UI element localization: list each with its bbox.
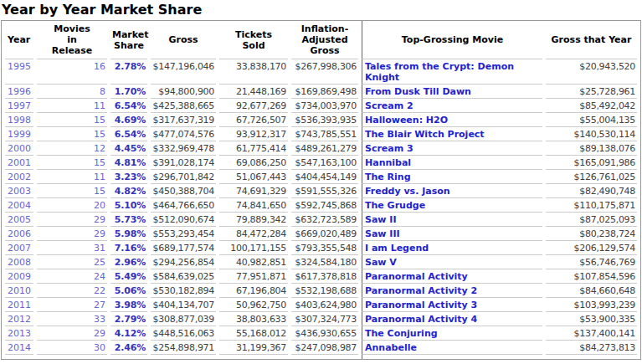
market-share-value: 3.23% bbox=[115, 172, 146, 182]
movies-count-link[interactable]: 24 bbox=[94, 271, 105, 282]
movies-count-link[interactable]: 15 bbox=[94, 115, 105, 126]
movie-link[interactable]: Hannibal bbox=[365, 157, 411, 168]
movies-count-link[interactable]: 20 bbox=[94, 200, 105, 211]
movies-count-link[interactable]: 27 bbox=[94, 300, 105, 310]
movies-count-link[interactable]: 11 bbox=[94, 172, 105, 182]
movies-count-link[interactable]: 11 bbox=[94, 100, 105, 111]
year-link[interactable]: 2001 bbox=[8, 157, 31, 168]
year-link[interactable]: 1995 bbox=[8, 61, 31, 72]
gross-cell: $448,516,063 bbox=[151, 326, 216, 340]
year-link[interactable]: 2014 bbox=[8, 342, 31, 353]
year-link[interactable]: 2011 bbox=[8, 300, 31, 310]
tickets-sold-cell: 61,775,414 bbox=[219, 141, 288, 155]
movie-link[interactable]: The Conjuring bbox=[365, 328, 438, 339]
movie-link[interactable]: Saw II bbox=[365, 214, 397, 225]
movie-link[interactable]: I am Legend bbox=[365, 243, 429, 254]
movie-link[interactable]: Scream 2 bbox=[365, 100, 413, 111]
year-link[interactable]: 2006 bbox=[8, 228, 31, 239]
col-header-year: Year bbox=[5, 21, 33, 59]
movie-link[interactable]: Annabelle bbox=[365, 342, 417, 353]
movies-count-link[interactable]: 29 bbox=[94, 328, 105, 339]
inflation-adjusted-gross-cell: $532,198,688 bbox=[291, 283, 358, 297]
movie-link[interactable]: Tales from the Crypt: Demon Knight bbox=[365, 61, 514, 83]
table-row: 2004 20 5.10% $464,766,650 74,841,650 $5… bbox=[5, 197, 637, 212]
tickets-sold-cell: 69,086,250 bbox=[219, 155, 288, 169]
gross-that-year-cell: $89,138,076 bbox=[546, 141, 637, 155]
movies-count-link[interactable]: 29 bbox=[94, 214, 105, 225]
year-link[interactable]: 2010 bbox=[8, 285, 31, 296]
movies-in-release-cell: 29 bbox=[37, 326, 107, 340]
year-link[interactable]: 2008 bbox=[8, 257, 31, 268]
gross-that-year-cell: $53,900,335 bbox=[546, 311, 637, 326]
market-share-value: 7.16% bbox=[115, 243, 146, 254]
market-share-cell: 3.98% bbox=[110, 297, 147, 311]
tickets-sold-cell: 74,691,329 bbox=[219, 183, 288, 197]
inflation-adjusted-gross-cell: $403,624,980 bbox=[291, 297, 358, 311]
year-link[interactable]: 2009 bbox=[8, 271, 31, 282]
movies-count-link[interactable]: 15 bbox=[94, 157, 105, 168]
tickets-sold-cell: 79,889,342 bbox=[219, 212, 288, 226]
table-row: 2008 25 2.96% $294,256,854 40,982,851 $3… bbox=[5, 254, 637, 269]
year-cell: 1997 bbox=[5, 98, 33, 112]
table-row: 1997 11 6.54% $425,388,665 92,677,269 $7… bbox=[5, 98, 637, 112]
movie-link[interactable]: The Blair Witch Project bbox=[365, 129, 485, 140]
gross-cell: $317,637,319 bbox=[151, 112, 216, 126]
year-link[interactable]: 2004 bbox=[8, 200, 31, 211]
year-link[interactable]: 1998 bbox=[8, 115, 31, 126]
gross-that-year-cell: $206,129,574 bbox=[546, 240, 637, 254]
year-link[interactable]: 2013 bbox=[8, 328, 31, 339]
movie-link[interactable]: Freddy vs. Jason bbox=[365, 186, 450, 197]
bottom-separator-cell bbox=[110, 354, 147, 359]
year-link[interactable]: 1996 bbox=[8, 86, 31, 97]
year-link[interactable]: 1997 bbox=[8, 100, 31, 111]
year-cell: 1998 bbox=[5, 112, 33, 126]
movies-in-release-cell: 33 bbox=[37, 311, 107, 326]
movie-link[interactable]: Paranormal Activity 3 bbox=[365, 300, 477, 310]
gross-that-year-cell: $85,492,042 bbox=[546, 98, 637, 112]
movies-in-release-cell: 20 bbox=[37, 197, 107, 212]
movies-count-link[interactable]: 31 bbox=[94, 243, 105, 254]
movie-link[interactable]: From Dusk Till Dawn bbox=[365, 86, 471, 97]
market-share-value: 1.70% bbox=[115, 86, 146, 97]
movies-count-link[interactable]: 15 bbox=[94, 186, 105, 197]
movies-count-link[interactable]: 30 bbox=[94, 342, 105, 353]
col-header-gross: Gross bbox=[151, 21, 216, 59]
year-cell: 2002 bbox=[5, 169, 33, 183]
inflation-adjusted-gross-cell: $734,003,970 bbox=[291, 98, 358, 112]
movie-link[interactable]: Scream 3 bbox=[365, 143, 413, 154]
movies-count-link[interactable]: 15 bbox=[94, 129, 105, 140]
movies-count-link[interactable]: 16 bbox=[94, 61, 105, 72]
movies-count-link[interactable]: 25 bbox=[94, 257, 105, 268]
top-grossing-movie-cell: Saw III bbox=[362, 226, 542, 240]
year-link[interactable]: 2003 bbox=[8, 186, 31, 197]
movie-link[interactable]: The Ring bbox=[365, 172, 411, 182]
movie-link[interactable]: The Grudge bbox=[365, 200, 425, 211]
year-link[interactable]: 2000 bbox=[8, 143, 31, 154]
movie-link[interactable]: Paranormal Activity 4 bbox=[365, 314, 477, 325]
movies-count-link[interactable]: 22 bbox=[94, 285, 105, 296]
year-cell: 2011 bbox=[5, 297, 33, 311]
year-link[interactable]: 1999 bbox=[8, 129, 31, 140]
gross-cell: $296,701,842 bbox=[151, 169, 216, 183]
movie-link[interactable]: Paranormal Activity bbox=[365, 271, 468, 282]
year-link[interactable]: 2012 bbox=[8, 314, 31, 325]
year-link[interactable]: 2002 bbox=[8, 172, 31, 182]
bottom-separator-cell bbox=[151, 354, 216, 359]
movies-count-link[interactable]: 12 bbox=[94, 143, 105, 154]
gross-cell: $553,293,454 bbox=[151, 226, 216, 240]
movie-link[interactable]: Saw V bbox=[365, 257, 397, 268]
gross-that-year-cell: $137,400,141 bbox=[546, 326, 637, 340]
year-link[interactable]: 2007 bbox=[8, 243, 31, 254]
market-share-value: 4.45% bbox=[115, 143, 146, 154]
movies-count-link[interactable]: 8 bbox=[100, 86, 105, 97]
top-grossing-movie-cell: Saw V bbox=[362, 254, 542, 269]
movies-count-link[interactable]: 33 bbox=[94, 314, 105, 325]
tickets-sold-cell: 74,841,650 bbox=[219, 197, 288, 212]
movie-link[interactable]: Paranormal Activity 2 bbox=[365, 285, 477, 296]
table-row: 2011 27 3.98% $404,134,707 50,962,750 $4… bbox=[5, 297, 637, 311]
movie-link[interactable]: Saw III bbox=[365, 228, 400, 239]
movie-link[interactable]: Halloween: H2O bbox=[365, 115, 448, 126]
movies-count-link[interactable]: 29 bbox=[94, 228, 105, 239]
year-link[interactable]: 2005 bbox=[8, 214, 31, 225]
top-grossing-movie-cell: The Ring bbox=[362, 169, 542, 183]
